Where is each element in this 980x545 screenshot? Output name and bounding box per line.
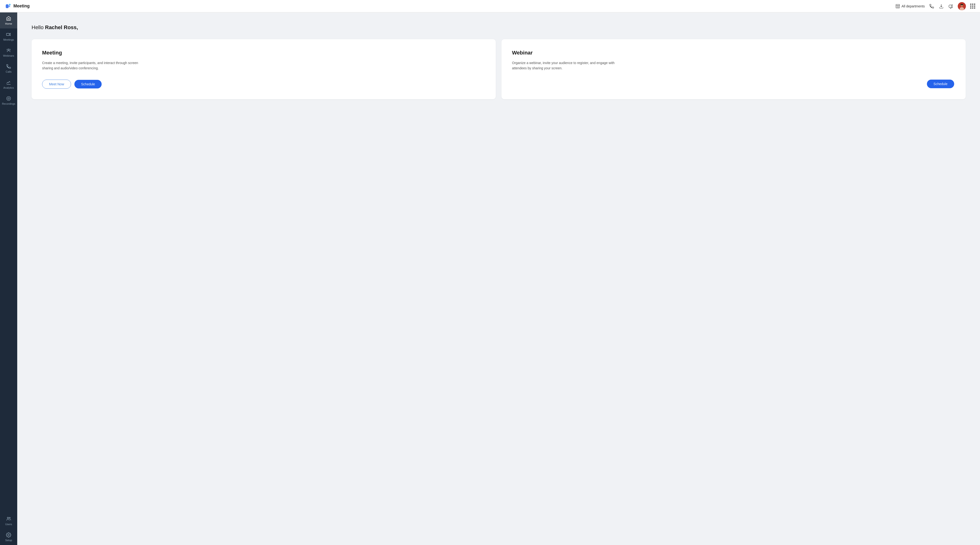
webinar-card-title: Webinar [512, 50, 954, 56]
sidebar-item-users[interactable]: Users [0, 513, 17, 529]
user-avatar[interactable] [958, 2, 966, 10]
app-header: Meeting All departments [0, 0, 980, 13]
meet-now-button[interactable]: Meet Now [42, 79, 71, 89]
sidebar-item-home[interactable]: Home [0, 13, 17, 29]
header-right: All departments [895, 2, 975, 10]
phone-icon [6, 64, 11, 69]
dept-building-icon [895, 4, 900, 9]
avatar-image [958, 2, 966, 10]
webinar-card-description: Organize a webinar, invite your audience… [512, 60, 617, 71]
setup-icon [6, 532, 11, 538]
sidebar-item-calls-label: Calls [6, 70, 11, 73]
sidebar-item-setup[interactable]: Setup [0, 529, 17, 545]
meeting-card-title: Meeting [42, 50, 484, 56]
sidebar-item-webinars[interactable]: Webinars [0, 44, 17, 60]
greeting-prefix: Hello [32, 24, 45, 30]
sidebar-item-recordings-label: Recordings [2, 102, 15, 105]
sidebar-item-setup-label: Setup [5, 539, 12, 542]
sidebar-item-meetings-label: Meetings [3, 38, 14, 41]
meeting-schedule-button[interactable]: Schedule [74, 80, 102, 89]
cards-row: Meeting Create a meeting, invite partici… [32, 39, 966, 99]
sidebar-item-analytics[interactable]: Analytics [0, 76, 17, 92]
meeting-card: Meeting Create a meeting, invite partici… [32, 39, 496, 99]
home-icon [6, 16, 11, 21]
svg-point-7 [8, 49, 10, 51]
sidebar-item-analytics-label: Analytics [3, 86, 14, 89]
apps-grid-icon[interactable] [970, 3, 975, 9]
sidebar-item-calls[interactable]: Calls [0, 60, 17, 76]
svg-rect-6 [6, 33, 10, 35]
app-logo-icon [5, 3, 11, 10]
sidebar-item-home-label: Home [5, 22, 12, 25]
webinar-icon [6, 48, 11, 53]
phone-header-icon[interactable] [929, 3, 934, 9]
main-content: Hello Rachel Ross, Meeting Create a meet… [17, 13, 980, 545]
webinar-card-actions: Schedule [512, 79, 954, 88]
megaphone-header-icon[interactable] [948, 3, 953, 9]
svg-point-11 [9, 517, 10, 518]
svg-point-10 [7, 517, 9, 519]
sidebar-item-recordings[interactable]: Recordings [0, 92, 17, 108]
dept-label: All departments [902, 4, 925, 8]
svg-rect-1 [896, 4, 899, 8]
analytics-icon [6, 80, 11, 85]
svg-point-0 [9, 4, 11, 5]
svg-point-8 [7, 97, 11, 101]
recording-icon [6, 96, 11, 101]
webinar-schedule-button[interactable]: Schedule [927, 79, 954, 88]
greeting-name: Rachel Ross, [45, 24, 78, 30]
sidebar-item-users-label: Users [5, 523, 12, 526]
meeting-card-actions: Meet Now Schedule [42, 79, 484, 89]
header-left: Meeting [5, 3, 30, 10]
svg-point-12 [8, 534, 10, 535]
webinar-card: Webinar Organize a webinar, invite your … [501, 39, 966, 99]
download-header-icon[interactable] [939, 3, 944, 9]
meeting-card-description: Create a meeting, invite participants, a… [42, 60, 147, 71]
sidebar-item-meetings[interactable]: Meetings [0, 29, 17, 44]
main-layout: Home Meetings Webinars Calls [0, 13, 980, 545]
users-icon [6, 516, 11, 521]
sidebar-item-webinars-label: Webinars [3, 54, 14, 57]
video-icon [6, 32, 11, 37]
svg-point-9 [8, 98, 10, 99]
app-title: Meeting [13, 3, 30, 9]
dept-selector[interactable]: All departments [895, 4, 925, 9]
sidebar: Home Meetings Webinars Calls [0, 13, 17, 545]
greeting: Hello Rachel Ross, [32, 24, 966, 30]
